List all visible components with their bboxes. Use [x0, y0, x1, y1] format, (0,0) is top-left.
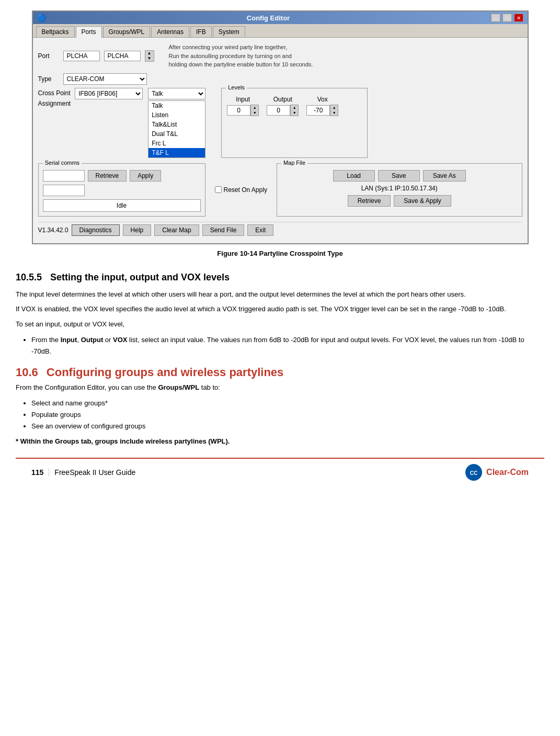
vox-level-field[interactable] — [306, 105, 330, 116]
serial-row1: Retrieve Apply — [43, 170, 201, 182]
diagnostics-button[interactable]: Diagnostics — [72, 224, 120, 236]
talk-top-select[interactable]: Talk — [148, 88, 205, 99]
section-10-6-intro: From the Configuration Editor, you can u… — [16, 382, 544, 393]
output-level-field[interactable] — [267, 105, 290, 116]
config-editor-window: 🔵 Config Editor – □ ✕ Beltpacks Ports Gr… — [32, 10, 529, 244]
input-level-col: Input ▲ ▼ — [227, 96, 259, 116]
tab-ifb[interactable]: IFB — [190, 26, 212, 37]
para-1: The input level determines the level at … — [16, 289, 544, 300]
window-controls: – □ ✕ — [491, 14, 523, 22]
dropdown-item-tfl[interactable]: T&F L — [148, 148, 205, 157]
info-text: After connecting your wired party line t… — [169, 43, 313, 69]
tab-ports[interactable]: Ports — [76, 26, 102, 38]
crosspoint-select[interactable]: IFB06 [IFB06] — [75, 88, 143, 99]
tab-bar: Beltpacks Ports Groups/WPL Antennas IFB … — [33, 24, 528, 38]
port-label: Port — [38, 52, 59, 60]
output-spin-down[interactable]: ▼ — [291, 110, 298, 116]
vox-spin-down[interactable]: ▼ — [330, 110, 338, 116]
type-select[interactable]: CLEAR-COM — [63, 73, 147, 85]
close-button[interactable]: ✕ — [514, 14, 523, 22]
load-button[interactable]: Load — [333, 170, 375, 182]
section-10-6-title: Configuring groups and wireless partylin… — [47, 366, 284, 379]
map-file-box: Map File Load Save Save As LAN (Sys:1 IP… — [277, 163, 522, 217]
clear-com-text: Clear-Com — [486, 468, 529, 477]
map-retrieve-button[interactable]: Retrieve — [348, 195, 391, 207]
levels-controls: Input ▲ ▼ Output — [227, 96, 362, 116]
serial-row2 — [43, 185, 201, 196]
dropdown-item-frcl[interactable]: Frc L — [148, 139, 205, 148]
exit-button[interactable]: Exit — [247, 224, 273, 236]
vox-spin-up[interactable]: ▲ — [330, 105, 338, 110]
bullet-populate-groups: Populate groups — [31, 409, 544, 421]
bullets-10-5-5: From the Input, Output or VOX list, sele… — [31, 334, 544, 357]
retrieve-button[interactable]: Retrieve — [88, 170, 127, 182]
type-label: Type — [38, 75, 59, 83]
port-spin-down[interactable]: ▼ — [145, 56, 154, 61]
serial-comms-title: Serial comms — [43, 160, 82, 166]
vox-level-label: Vox — [317, 96, 328, 103]
output-level-row: ▲ ▼ — [267, 105, 299, 116]
talk-dropdown: Talk Listen Talk&List Dual T&L Frc L T&F… — [148, 100, 205, 158]
tab-antennas[interactable]: Antennas — [151, 26, 189, 37]
input-spin-up[interactable]: ▲ — [251, 105, 258, 110]
dropdown-item-dual[interactable]: Dual T&L — [148, 129, 205, 139]
bullet-overview: See an overview of configured groups — [31, 421, 544, 432]
port-spin-up[interactable]: ▲ — [145, 51, 154, 56]
page-footer: 115 FreeSpeak II User Guide CC Clear-Com — [16, 458, 544, 486]
bottom-section: Serial comms Retrieve Apply Idle — [38, 163, 522, 217]
bullets-10-6: Select and name groups* Populate groups … — [31, 398, 544, 432]
save-as-button[interactable]: Save As — [423, 170, 466, 182]
save-apply-button[interactable]: Save & Apply — [394, 195, 451, 207]
bold-vox: VOX — [113, 336, 127, 344]
reset-on-apply-label[interactable]: Reset On Apply — [215, 186, 267, 194]
serial-empty-2 — [43, 185, 85, 196]
input-level-field[interactable] — [227, 105, 250, 116]
levels-title: Levels — [226, 84, 247, 90]
maximize-button[interactable]: □ — [502, 14, 512, 22]
crosspoint-labels: Cross Point Assignment — [38, 88, 71, 109]
para-3: To set an input, output or VOX level, — [16, 319, 544, 330]
serial-empty-select — [43, 170, 85, 182]
port-row: Port ▲ ▼ After connecting your wired par… — [38, 43, 522, 69]
wpl-note-bold: * Within the Groups tab, groups include … — [16, 437, 230, 445]
window-footer-row: V1.34.42.0 Diagnostics Help Clear Map Se… — [38, 222, 522, 238]
input-spin-down[interactable]: ▼ — [251, 110, 258, 116]
bold-output: Output — [81, 336, 104, 344]
save-button[interactable]: Save — [378, 170, 420, 182]
dropdown-item-talkandlist[interactable]: Talk&List — [148, 120, 205, 129]
talk-area: Talk Talk Listen Talk&List Dual T&L Frc … — [148, 88, 205, 158]
dropdown-item-listen[interactable]: Listen — [148, 110, 205, 120]
serial-status: Idle — [43, 199, 201, 212]
clear-com-icon: CC — [464, 463, 483, 482]
wpl-note: * Within the Groups tab, groups include … — [16, 436, 544, 447]
input-level-row: ▲ ▼ — [227, 105, 259, 116]
port-input-2[interactable] — [104, 51, 141, 61]
apply-button[interactable]: Apply — [130, 170, 161, 182]
send-file-button[interactable]: Send File — [202, 224, 245, 236]
minimize-button[interactable]: – — [491, 14, 500, 22]
port-input-1[interactable] — [63, 51, 100, 61]
input-level-spinner: ▲ ▼ — [250, 105, 259, 116]
section-10-5-5-number: 10.5.5 — [16, 272, 42, 283]
help-button[interactable]: Help — [123, 224, 152, 236]
output-level-spinner: ▲ ▼ — [290, 105, 299, 116]
tab-groups-wpl[interactable]: Groups/WPL — [103, 26, 151, 37]
map-row2: Retrieve Save & Apply — [281, 195, 518, 207]
version-text: V1.34.42.0 — [38, 227, 68, 234]
type-row: Type CLEAR-COM — [38, 73, 522, 85]
reset-on-apply-checkbox[interactable] — [215, 186, 222, 193]
output-level-label: Output — [273, 96, 292, 103]
clear-com-logo: CC Clear-Com — [464, 463, 529, 482]
page-number: 115 — [31, 468, 49, 477]
tab-beltpacks[interactable]: Beltpacks — [36, 26, 75, 37]
crosspoint-section: Cross Point Assignment IFB06 [IFB06] Tal… — [38, 88, 522, 158]
dropdown-item-talk[interactable]: Talk — [148, 101, 205, 110]
input-level-label: Input — [236, 96, 250, 103]
vox-level-row: ▲ ▼ — [306, 105, 338, 116]
output-level-col: Output ▲ ▼ — [267, 96, 299, 116]
section-10-6-number: 10.6 — [16, 366, 38, 379]
map-row1: Load Save Save As — [281, 170, 518, 182]
tab-system[interactable]: System — [213, 26, 245, 37]
output-spin-up[interactable]: ▲ — [291, 105, 298, 110]
clear-map-button[interactable]: Clear Map — [154, 224, 199, 236]
